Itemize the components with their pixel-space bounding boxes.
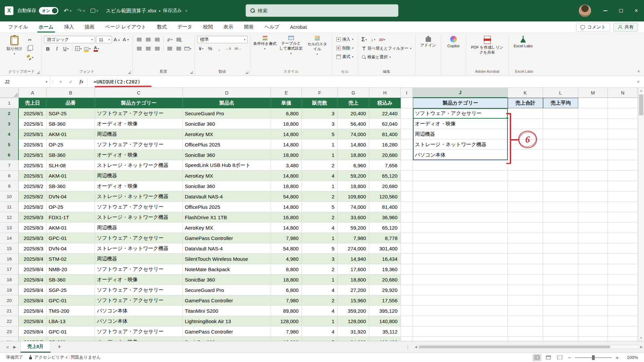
cell-D2[interactable]: SecureGuard Pro (183, 108, 271, 119)
cell-M10[interactable] (578, 191, 608, 202)
cell-I9[interactable] (401, 181, 413, 191)
excel-app-icon[interactable]: X (5, 6, 13, 15)
cell-N21[interactable] (608, 306, 638, 316)
cell-E6[interactable]: 18,800 (271, 150, 302, 160)
cell-K24[interactable] (508, 337, 543, 341)
expand-formula-bar-icon[interactable]: ∨ (633, 76, 644, 87)
cell-E20[interactable]: 7,980 (271, 295, 302, 306)
cell-J10[interactable] (413, 191, 508, 202)
ribbon-tab-ヘルプ[interactable]: ヘルプ (259, 21, 285, 33)
cell-M17[interactable] (578, 264, 608, 275)
cell-C15[interactable]: ストレージ・ネットワーク機器 (95, 243, 183, 254)
cell-M15[interactable] (578, 243, 608, 254)
cell-F14[interactable]: 1 (302, 233, 338, 243)
cell-D1[interactable]: 製品名 (183, 98, 271, 108)
cell-B20[interactable]: GPC-01 (47, 295, 95, 306)
cell-G17[interactable]: 17,600 (338, 264, 369, 275)
horizontal-scrollbar[interactable]: ◀ ▶ (415, 345, 643, 349)
cell-B22[interactable]: LBA-13 (47, 316, 95, 326)
document-title[interactable]: スピル範囲演算子.xlsx • 保存済み ∨ (106, 8, 187, 14)
cell-J16[interactable] (413, 254, 508, 264)
cell-D13[interactable]: AeroKey MX (183, 223, 271, 233)
cell-M2[interactable] (578, 108, 608, 119)
cell-D18[interactable]: SonicBar 360 (183, 275, 271, 285)
decrease-decimal-button[interactable]: .00→ (233, 45, 241, 52)
find-select-button[interactable]: 検索と選択▾ (360, 54, 392, 61)
sheet-nav-next-icon[interactable]: ▶ (13, 345, 16, 349)
cell-B16[interactable]: STM-02 (47, 254, 95, 264)
cell-K8[interactable] (508, 171, 543, 181)
zoom-slider[interactable] (575, 355, 612, 360)
cell-K5[interactable] (508, 139, 543, 150)
cell-H24[interactable]: 103,400 (369, 337, 401, 341)
alignment-dialog-launcher-icon[interactable] (190, 71, 193, 74)
cell-K18[interactable] (508, 275, 543, 285)
cell-I20[interactable] (401, 295, 413, 306)
cell-E7[interactable]: 3,480 (271, 160, 302, 171)
cell-I11[interactable] (401, 202, 413, 212)
cell-J11[interactable] (413, 202, 508, 212)
cell-J4[interactable]: 周辺機器 (413, 129, 508, 139)
cell-H1[interactable]: 税込み (369, 98, 401, 108)
cell-J22[interactable] (413, 316, 508, 326)
column-header-D[interactable]: D (183, 88, 271, 98)
cell-E15[interactable]: 54,800 (271, 243, 302, 254)
cell-G10[interactable]: 109,600 (338, 191, 369, 202)
cell-C9[interactable]: オーディオ・映像 (95, 181, 183, 191)
cell-J5[interactable]: ストレージ・ネットワーク機器 (413, 139, 508, 150)
cell-D8[interactable]: AeroKey MX (183, 171, 271, 181)
column-header-N[interactable]: N (608, 88, 638, 98)
cell-M19[interactable] (578, 285, 608, 295)
ribbon-tab-挿入[interactable]: 挿入 (59, 21, 79, 33)
cell-F9[interactable]: 1 (302, 181, 338, 191)
cell-K20[interactable] (508, 295, 543, 306)
cell-K7[interactable] (508, 160, 543, 171)
row-header-11[interactable]: 11 (0, 202, 19, 212)
cell-H22[interactable]: 140,800 (369, 316, 401, 326)
cell-M5[interactable] (578, 139, 608, 150)
cell-G11[interactable]: 74,000 (338, 202, 369, 212)
cell-I12[interactable] (401, 212, 413, 223)
cell-L4[interactable] (543, 129, 578, 139)
vertical-scrollbar[interactable]: ▲ ▼ (638, 88, 644, 341)
cell-M8[interactable] (578, 171, 608, 181)
cell-B9[interactable]: SB-360 (47, 181, 95, 191)
cell-N18[interactable] (608, 275, 638, 285)
cell-C23[interactable]: ソフトウェア・アクセサリー (95, 326, 183, 337)
cell-H6[interactable]: 20,680 (369, 150, 401, 160)
quick-access-dropdown-icon[interactable]: ∨ (96, 9, 99, 12)
row-header-18[interactable]: 18 (0, 275, 19, 285)
cell-G4[interactable]: 74,000 (338, 129, 369, 139)
cell-F18[interactable]: 1 (302, 275, 338, 285)
cell-N1[interactable] (608, 98, 638, 108)
align-right-button[interactable] (153, 45, 161, 52)
cell-C16[interactable]: 周辺機器 (95, 254, 183, 264)
cell-N6[interactable] (608, 150, 638, 160)
cell-E11[interactable]: 14,800 (271, 202, 302, 212)
column-header-H[interactable]: H (369, 88, 401, 98)
cell-D3[interactable]: SonicBar 360 (183, 119, 271, 129)
cell-B21[interactable]: TMS-200 (47, 306, 95, 316)
autosum-button[interactable]: Σ▾ (360, 36, 368, 43)
new-sheet-button[interactable]: + (55, 344, 63, 351)
column-header-G[interactable]: G (338, 88, 369, 98)
create-pdf-button[interactable]: PDF を作成しリンクを共有 (469, 35, 506, 56)
cell-B5[interactable]: OP-25 (47, 139, 95, 150)
cell-F6[interactable]: 1 (302, 150, 338, 160)
cell-M13[interactable] (578, 223, 608, 233)
ribbon-tab-数式[interactable]: 数式 (152, 21, 172, 33)
cell-K6[interactable] (508, 150, 543, 160)
cell-N10[interactable] (608, 191, 638, 202)
cell-C11[interactable]: ソフトウェア・アクセサリー (95, 202, 183, 212)
cell-G15[interactable]: 274,000 (338, 243, 369, 254)
cell-E5[interactable]: 14,800 (271, 139, 302, 150)
column-header-C[interactable]: C (95, 88, 183, 98)
cell-E4[interactable]: 14,800 (271, 129, 302, 139)
cell-G5[interactable]: 14,800 (338, 139, 369, 150)
zoom-in-button[interactable]: + (614, 355, 620, 360)
redo-button[interactable]: ↷ (77, 8, 82, 14)
cell-B12[interactable]: FDX1-1T (47, 212, 95, 223)
horizontal-scroll-thumb[interactable] (419, 346, 610, 348)
cell-A8[interactable]: 2025/8/1 (19, 171, 47, 181)
font-color-button[interactable]: A▾ (93, 45, 101, 52)
